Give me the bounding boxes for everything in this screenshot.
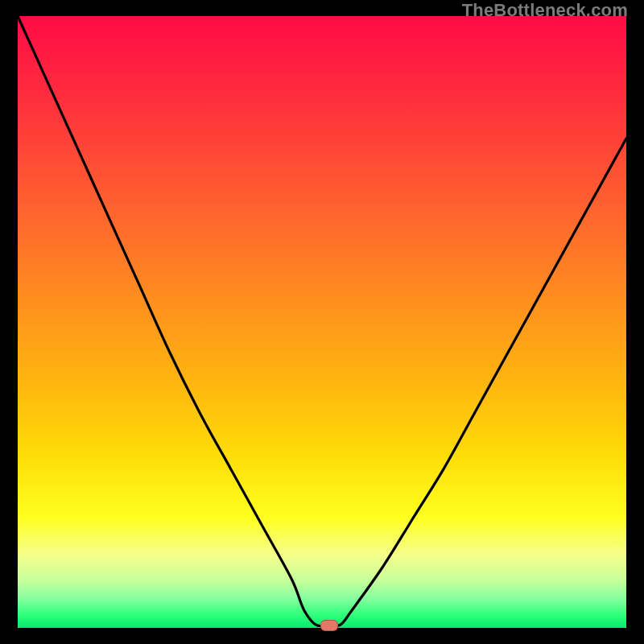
chart-frame: TheBottleneck.com (0, 0, 644, 644)
bottleneck-curve (18, 16, 626, 628)
optimum-marker (320, 620, 338, 631)
